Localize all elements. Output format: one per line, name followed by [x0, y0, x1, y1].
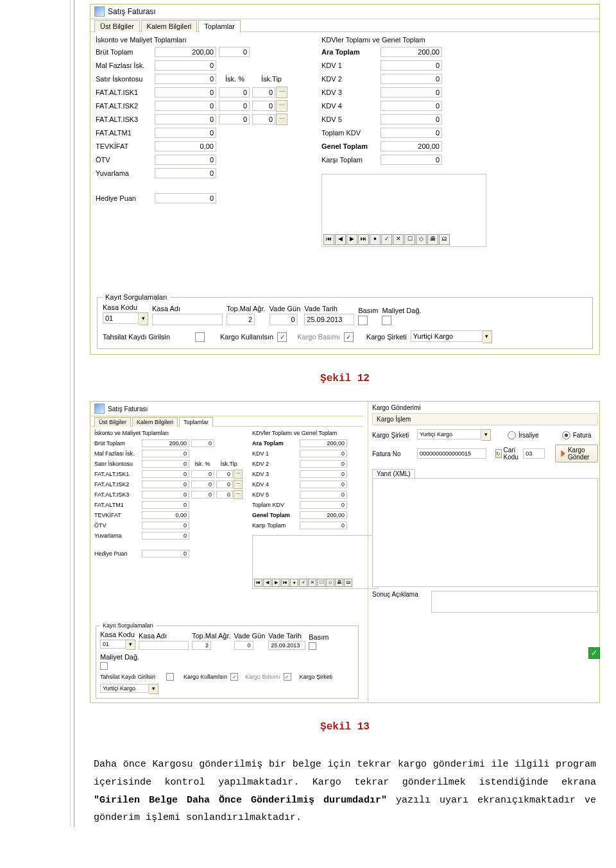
yuvarlama[interactable] [155, 168, 216, 178]
lbl-karsi: Karşı Toplam [321, 156, 381, 164]
brut-toplam-2[interactable] [219, 47, 250, 57]
hediye-puan[interactable] [155, 193, 216, 203]
titlebar-s13[interactable]: Satış Faturası [90, 402, 364, 416]
isk2-b[interactable] [219, 101, 250, 111]
refresh-icon[interactable]: ↻ [495, 449, 502, 458]
nav-next-icon[interactable]: ▶ [346, 234, 357, 245]
radio-fatura[interactable] [562, 431, 570, 439]
tab-ust-s13[interactable]: Üst Bilgiler [94, 417, 131, 427]
kg-sirket-dropdown-icon[interactable]: ▾ [481, 429, 491, 441]
print-icon[interactable]: 🖶 [427, 234, 438, 245]
lbl-kargo-sirketi: Kargo Şirketi [366, 333, 407, 341]
kargo-sirketi-dropdown-icon[interactable]: ▾ [483, 330, 492, 343]
note-area[interactable]: ⏮ ◀ ▶ ⏭ ● ✓ ✕ ☐ ◇ 🖶 🗂 [321, 174, 486, 247]
lbl-isk1: FAT.ALT.ISK1 [96, 89, 155, 96]
lbl-hediye: Hediye Puan [96, 194, 155, 202]
vade-gun[interactable] [270, 314, 298, 325]
otv[interactable] [155, 155, 216, 165]
folder-icon[interactable]: 🗂 [439, 234, 450, 245]
kasa-kodu-dropdown-icon[interactable]: ▾ [139, 312, 148, 325]
yanit-xml-box[interactable] [372, 478, 598, 587]
nav-last-icon[interactable]: ⏭ [358, 234, 369, 245]
record-icon[interactable]: ● [370, 234, 381, 245]
section-iskonto-s13: İskonto ve Maliyet Toplamları [94, 430, 243, 436]
kargo-bas-checkbox[interactable] [344, 332, 354, 342]
tab-kalem-bilgileri[interactable]: Kalem Bilgileri [141, 20, 198, 32]
lbl-kg-sirket: Kargo Şirketi [372, 432, 412, 439]
kargo-sirketi[interactable] [411, 330, 483, 342]
nav-first-icon[interactable]: ⏮ [323, 234, 334, 245]
confirm-icon[interactable]: ✓ [381, 234, 392, 245]
kg-sirket-select[interactable] [417, 429, 481, 439]
tab-list: Üst Bilgiler Kalem Bilgileri Toplamlar [90, 19, 599, 32]
mal-fazlasi-isk[interactable] [155, 60, 216, 71]
yanit-tab[interactable]: Yanıt (XML) [372, 469, 415, 478]
section-kdv-s13: KDVler Toplamı ve Genel Toplam [252, 430, 365, 436]
cari-kodu-input[interactable] [523, 448, 545, 459]
titlebar[interactable]: Satış Faturası [90, 4, 599, 19]
lbl-kasa-adi: Kasa Adı [152, 305, 223, 312]
window-title: Satış Faturası [108, 7, 156, 16]
caption-sekil-13: Şekil 13 [90, 721, 600, 733]
kdv2[interactable] [381, 74, 442, 84]
vade-tarih[interactable] [304, 314, 354, 325]
isk2-a[interactable] [155, 101, 216, 111]
toplam-kdv[interactable] [381, 128, 442, 138]
isk3-a[interactable] [155, 114, 216, 124]
window-sekil13: Satış Faturası Üst Bilgiler Kalem Bilgil… [90, 401, 600, 703]
kg-islem: Kargo İşlem [372, 413, 598, 425]
lbl-sonuc: Sonuç Açıklama [372, 591, 427, 598]
isk3-c[interactable] [252, 114, 275, 124]
lbl-fatura-no: Fatura No [372, 450, 412, 457]
tab-top-s13[interactable]: Toplamlar [179, 417, 213, 427]
ara-toplam[interactable] [381, 47, 442, 57]
kargo-gonderimi-panel: Kargo Gönderimi Kargo İşlem Kargo Şirket… [368, 402, 602, 702]
note-area-s13[interactable]: ⏮ ◀ ▶ ⏭ ● ✓ ✕ ☐ ◇ 🖶 [252, 535, 378, 589]
basim-checkbox[interactable] [358, 316, 368, 325]
genel-toplam[interactable] [381, 141, 442, 151]
lbl-kdv5: KDV 5 [321, 115, 381, 123]
kargo-gonder-button[interactable]: Kargo Gönder [555, 445, 597, 463]
radio-irsaliye[interactable] [508, 431, 516, 439]
fatura-no-input[interactable] [417, 448, 486, 459]
clear-icon[interactable]: ☐ [404, 234, 415, 245]
tab-ust-bilgiler[interactable]: Üst Bilgiler [94, 20, 140, 32]
isk3-picker-icon[interactable]: ⋯ [276, 114, 287, 125]
lbl-otv: ÖTV [96, 156, 155, 164]
cancel-icon[interactable]: ✕ [393, 234, 404, 245]
tab-kalem-s13[interactable]: Kalem Bilgileri [132, 417, 178, 427]
kayit-legend: Kayıt Sorgulamaları [103, 293, 170, 301]
sonuc-aciklama[interactable] [431, 591, 598, 613]
tahsilat-checkbox[interactable] [195, 332, 205, 342]
window-sekil12: Satış Faturası Üst Bilgiler Kalem Bilgil… [90, 4, 600, 355]
kdv5[interactable] [381, 114, 442, 124]
kdv1[interactable] [381, 60, 442, 71]
isk2-c[interactable] [252, 101, 275, 111]
kdv3[interactable] [381, 87, 442, 98]
isk1-picker-icon[interactable]: ⋯ [276, 87, 287, 98]
tab-toplamlar[interactable]: Toplamlar [198, 20, 241, 32]
isk3-b[interactable] [219, 114, 250, 124]
nav-prev-icon[interactable]: ◀ [335, 234, 346, 245]
kasa-adi[interactable] [152, 314, 223, 325]
kasa-kodu[interactable] [103, 312, 139, 324]
isk2-picker-icon[interactable]: ⋯ [276, 100, 287, 112]
diamond-icon[interactable]: ◇ [416, 234, 427, 245]
lbl-satir: Satır İskontosu [96, 75, 155, 83]
satir-iskontosu[interactable] [155, 74, 216, 84]
kargo-kul-checkbox[interactable] [277, 332, 287, 342]
lbl-top-mal: Top.Mal Ağr. [227, 305, 266, 312]
lbl-kdv1: KDV 1 [321, 62, 381, 69]
brut-toplam-1[interactable] [155, 47, 216, 57]
isk1-a[interactable] [155, 87, 216, 98]
karsi-toplam[interactable] [381, 155, 442, 165]
lbl-isk2: FAT.ALT.ISK2 [96, 102, 155, 110]
app-icon-s13 [94, 404, 105, 414]
top-mal[interactable] [227, 314, 255, 325]
kdv4[interactable] [381, 101, 442, 111]
isk1-c[interactable] [252, 87, 275, 98]
isk1-b[interactable] [219, 87, 250, 98]
tevkifat[interactable] [155, 141, 216, 151]
altm1[interactable] [155, 128, 216, 138]
maliyet-checkbox[interactable] [382, 316, 391, 325]
